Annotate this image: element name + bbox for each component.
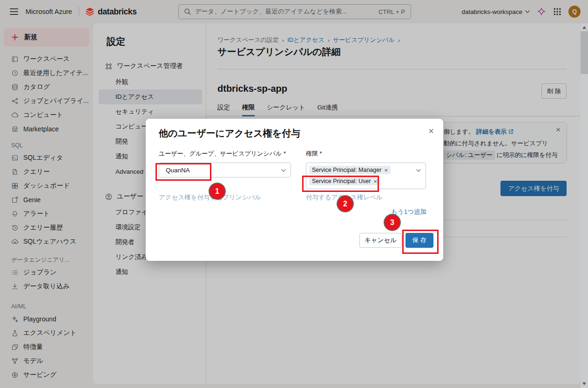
scrollbar[interactable] xyxy=(581,23,588,388)
annotation-rect-save xyxy=(402,230,439,254)
cancel-button[interactable]: キャンセル xyxy=(359,233,402,248)
scrollbar-thumb[interactable] xyxy=(581,31,588,74)
annotation-step-2: 2 xyxy=(338,196,353,211)
permission-chip[interactable]: Service Principal: Manager× xyxy=(309,166,391,174)
close-icon[interactable]: × xyxy=(428,126,434,136)
permission-label: 権限 * xyxy=(306,150,322,158)
app-window: Microsoft Azure databricks データ、ノートブック、最近… xyxy=(0,0,588,388)
annotation-rect-permission xyxy=(302,176,379,192)
scrollbar-down-icon[interactable] xyxy=(582,382,586,385)
chevron-down-icon xyxy=(416,169,421,172)
modal-title: 他のユーザーにアクセス権を付与 xyxy=(159,127,300,140)
principal-label: ユーザー、グループ、サービスプリンシパル * xyxy=(159,150,286,158)
grant-access-modal: 他のユーザーにアクセス権を付与 × ユーザー、グループ、サービスプリンシパル *… xyxy=(146,119,443,261)
chevron-down-icon xyxy=(281,169,286,172)
annotation-step-1: 1 xyxy=(210,184,225,199)
annotation-step-3: 3 xyxy=(385,215,400,230)
scrollbar-up-icon[interactable] xyxy=(582,26,586,29)
add-another-link[interactable]: もう1つ追加 xyxy=(391,208,426,216)
permission-chip-label: Service Principal: Manager xyxy=(312,167,381,173)
annotation-rect-principal xyxy=(155,163,211,181)
chip-remove-icon[interactable]: × xyxy=(384,167,388,173)
